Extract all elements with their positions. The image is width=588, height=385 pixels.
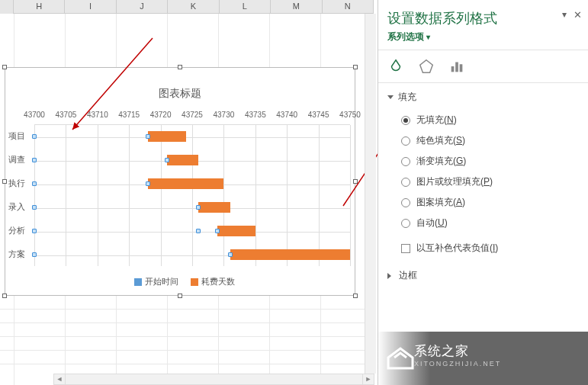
legend-swatch — [191, 278, 198, 286]
y-category: 调查 — [8, 154, 25, 165]
legend-label: 开始时间 — [145, 277, 178, 286]
svg-rect-3 — [451, 66, 455, 72]
watermark-url: XITONGZHIJIA.NET — [414, 360, 580, 367]
chart-plot-area[interactable] — [34, 124, 350, 266]
fill-solid-radio[interactable]: 纯色填充(S) — [401, 130, 579, 151]
chart-bar-row[interactable] — [34, 172, 350, 196]
svg-line-0 — [72, 38, 153, 130]
col-header[interactable]: K — [168, 0, 219, 13]
x-tick: 43745 — [308, 111, 329, 119]
chart-bar-row[interactable] — [34, 196, 350, 220]
col-header[interactable]: I — [65, 0, 116, 13]
fill-section: 填充 无填充(N) 纯色填充(S) 渐变填充(G) 图片或纹理填充(P) 图案填… — [378, 83, 588, 261]
effects-tab-icon[interactable] — [418, 58, 435, 75]
border-section-header[interactable]: 边框 — [387, 265, 579, 287]
resize-handle[interactable] — [353, 65, 358, 69]
series-options-tab-icon[interactable] — [448, 58, 465, 75]
y-category: 分析 — [8, 225, 25, 236]
svg-rect-4 — [455, 63, 458, 72]
vertical-scrollbar[interactable] — [365, 14, 376, 374]
fill-gradient-radio[interactable]: 渐变填充(G) — [401, 151, 579, 172]
watermark-logo-icon — [385, 341, 416, 371]
x-tick: 43740 — [276, 111, 297, 119]
chart-bar-row[interactable] — [34, 243, 350, 267]
fill-section-header[interactable]: 填充 — [387, 86, 579, 108]
fill-none-radio[interactable]: 无填充(N) — [401, 110, 579, 130]
chart-y-axis[interactable]: 项目 调查 执行 录入 分析 方案 — [8, 124, 31, 266]
y-category: 录入 — [8, 201, 25, 213]
horizontal-scrollbar[interactable]: ◄ ► — [53, 374, 374, 385]
y-category: 项目 — [8, 130, 25, 142]
watermark: 系统之家 XITONGZHIJIA.NET — [378, 332, 588, 385]
resize-handle[interactable] — [2, 179, 7, 184]
legend-label: 耗费天数 — [201, 277, 235, 286]
fill-picture-radio[interactable]: 图片或纹理填充(P) — [401, 172, 579, 192]
x-tick: 43735 — [245, 111, 266, 119]
y-category: 方案 — [8, 249, 25, 260]
col-header[interactable]: L — [220, 0, 271, 13]
border-section: 边框 — [378, 261, 588, 290]
resize-handle[interactable] — [353, 294, 358, 298]
select-all-corner[interactable] — [0, 0, 14, 14]
worksheet-grid-below[interactable] — [0, 300, 374, 385]
resize-handle[interactable] — [2, 65, 7, 69]
invert-negative-checkbox[interactable]: 以互补色代表负值(I) — [387, 238, 579, 258]
resize-handle[interactable] — [178, 65, 182, 69]
chart-bar-row[interactable] — [34, 220, 350, 243]
col-header[interactable]: M — [271, 0, 322, 13]
x-tick: 43700 — [24, 111, 45, 119]
pane-subtitle-dropdown[interactable]: 系列选项 — [378, 30, 588, 50]
y-category: 执行 — [8, 178, 25, 189]
column-headers: H I J K L M N — [0, 0, 374, 14]
resize-handle[interactable] — [2, 294, 7, 298]
col-header[interactable]: N — [323, 0, 374, 13]
legend-swatch — [134, 278, 142, 286]
format-pane: ▾ ✕ 设置数据系列格式 系列选项 填充 无填充(N) 纯色填充(S) 渐变填充… — [378, 0, 588, 385]
resize-handle[interactable] — [178, 294, 182, 298]
x-tick: 43730 — [213, 111, 234, 119]
chart-bar-row[interactable] — [34, 149, 350, 172]
scroll-left-button[interactable]: ◄ — [54, 374, 66, 384]
svg-marker-2 — [420, 60, 433, 73]
pane-options-icon[interactable]: ▾ — [562, 9, 567, 20]
chart-object[interactable]: 图表标题 43700 43705 43710 43715 43720 43725… — [5, 67, 355, 296]
fill-auto-radio[interactable]: 自动(U) — [401, 213, 579, 233]
col-header[interactable]: H — [14, 0, 65, 13]
watermark-text: 系统之家 — [414, 342, 580, 360]
x-tick: 43725 — [182, 111, 203, 119]
pane-title: 设置数据系列格式 — [378, 0, 588, 30]
annotation-arrow — [61, 30, 160, 137]
col-header[interactable]: J — [117, 0, 168, 13]
fill-pattern-radio[interactable]: 图案填充(A) — [401, 192, 579, 213]
close-icon[interactable]: ✕ — [574, 9, 582, 21]
chart-legend[interactable]: 开始时间 耗费天数 — [5, 276, 355, 287]
svg-rect-5 — [460, 64, 463, 72]
chart-title[interactable]: 图表标题 — [5, 87, 355, 101]
pane-icon-tabs — [378, 50, 588, 82]
fill-line-tab-icon[interactable] — [387, 58, 404, 75]
scroll-right-button[interactable]: ► — [362, 374, 374, 384]
